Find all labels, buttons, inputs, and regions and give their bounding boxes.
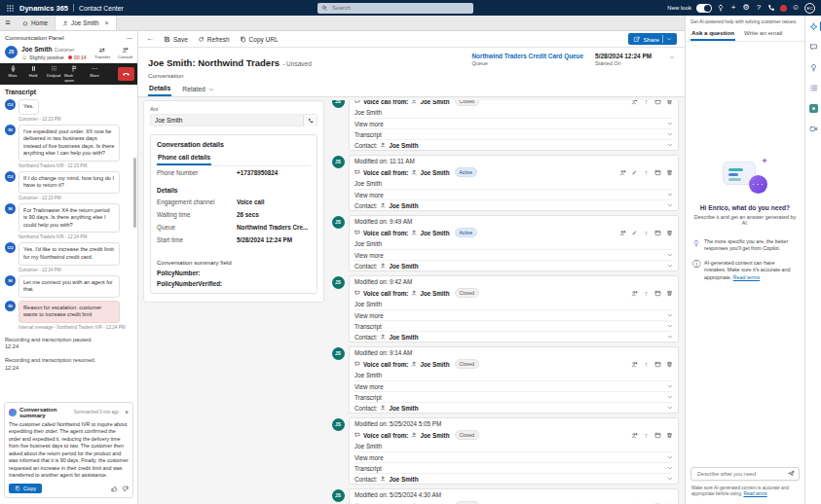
new-record-icon[interactable]: +	[729, 4, 737, 12]
action-arrow-up-icon[interactable]: ↑	[643, 361, 650, 368]
ani-input[interactable]	[151, 117, 303, 124]
end-call-button[interactable]	[118, 67, 134, 81]
read-terms-link[interactable]: Read terms	[733, 274, 760, 280]
action-person-add-icon[interactable]	[619, 230, 626, 236]
copy-summary-button[interactable]: Copy	[9, 484, 42, 493]
call-control-mute[interactable]: Mute	[3, 65, 22, 83]
footer-read-terms-link[interactable]: Read terms	[743, 491, 766, 496]
timeline-transcript[interactable]: Transcript	[355, 128, 673, 139]
transfer-button[interactable]: ⇄ Transfer	[94, 47, 110, 59]
waffle-icon[interactable]	[6, 4, 15, 13]
camera-icon[interactable]	[808, 124, 818, 133]
send-icon[interactable]	[788, 470, 795, 477]
transcript-message: NIFor Trailmaster X4 the return period i…	[5, 203, 132, 234]
consult-button[interactable]: Consult	[118, 47, 132, 59]
action-arrow-up-icon[interactable]: ↑	[643, 432, 650, 439]
action-window-icon[interactable]	[654, 230, 661, 236]
tab-related[interactable]: Related	[181, 83, 214, 96]
action-person-add-icon[interactable]	[631, 290, 638, 297]
user-avatar[interactable]: EC	[804, 3, 815, 14]
action-arrow-up-icon[interactable]: ↑	[643, 100, 650, 105]
transcript-scrollbar[interactable]	[133, 158, 136, 228]
call-control-label: Mark spam	[64, 73, 84, 83]
close-tab-icon[interactable]: ×	[104, 19, 108, 26]
timeline-transcript[interactable]: Transcript	[355, 462, 673, 473]
timeline-contact[interactable]: Contact:Joe Smith	[355, 260, 673, 270]
timeline-transcript[interactable]: Transcript	[355, 391, 673, 402]
chat-icon[interactable]	[808, 42, 818, 52]
share-button[interactable]: Share	[628, 33, 677, 45]
action-trash-icon[interactable]	[666, 230, 673, 236]
timeline-view-more[interactable]: View more	[355, 380, 673, 391]
minimize-panel-icon[interactable]: —	[127, 35, 132, 41]
timeline-contact[interactable]: Contact:Joe Smith	[355, 331, 673, 342]
thumb-down-icon[interactable]	[122, 486, 129, 492]
action-person-add-icon[interactable]	[631, 100, 638, 105]
action-window-icon[interactable]	[654, 290, 661, 297]
back-button[interactable]: ←	[146, 35, 154, 43]
action-window-icon[interactable]	[654, 169, 661, 176]
action-check-icon[interactable]: ✓	[631, 230, 638, 236]
timeline-view-more[interactable]: View more	[355, 309, 673, 320]
action-person-add-icon[interactable]	[619, 169, 626, 176]
action-person-add-icon[interactable]	[631, 361, 638, 368]
action-trash-icon[interactable]	[666, 100, 673, 105]
copilot-icon[interactable]	[808, 21, 818, 31]
action-window-icon[interactable]	[654, 432, 661, 439]
search-input[interactable]	[330, 4, 469, 12]
help-icon[interactable]: ?	[755, 4, 763, 12]
copilot-prompt-input[interactable]	[695, 470, 788, 478]
call-control-dialpad[interactable]: Dialpad	[44, 65, 63, 83]
timeline-contact[interactable]: Contact:Joe Smith	[355, 139, 673, 150]
action-person-add-icon[interactable]	[631, 432, 638, 439]
ideas-icon[interactable]	[717, 4, 725, 12]
thumb-up-icon[interactable]	[111, 486, 118, 492]
action-arrow-up-icon[interactable]: ↑	[643, 230, 650, 236]
timeline-view-more[interactable]: View more	[355, 451, 673, 462]
timeline-contact[interactable]: Contact:Joe Smith	[355, 473, 673, 484]
hamburger-menu-icon[interactable]: ≡	[0, 16, 16, 30]
timeline-transcript[interactable]: Transcript	[355, 320, 673, 331]
timeline-view-more[interactable]: View more	[355, 118, 673, 128]
action-check-icon[interactable]: ✓	[631, 169, 638, 176]
tab-phone-call-details[interactable]: Phone call details	[157, 154, 211, 165]
action-arrow-up-icon[interactable]: ↑	[643, 290, 650, 297]
bulb-icon[interactable]	[808, 62, 818, 72]
global-search[interactable]	[317, 3, 473, 14]
tab-details[interactable]: Details	[148, 83, 171, 96]
call-control-more[interactable]: ⋯More	[85, 65, 104, 83]
timeline-view-more[interactable]: View more	[355, 189, 673, 199]
call-contact-button[interactable]	[303, 115, 317, 126]
presence-dnd-icon[interactable]	[780, 5, 787, 12]
new-look-toggle[interactable]	[696, 4, 712, 13]
feedback-smiley-icon[interactable]: ☺	[792, 4, 800, 12]
action-trash-icon[interactable]	[666, 432, 673, 439]
timeline-view-more[interactable]: View more	[355, 249, 673, 260]
tab-ask-a-question[interactable]: Ask a question	[690, 28, 735, 41]
copy-url-button[interactable]: Copy URL	[240, 36, 279, 43]
action-arrow-up-icon[interactable]: ↑	[643, 169, 650, 176]
tab-write-an-email[interactable]: Write an email	[743, 28, 783, 41]
settings-gear-icon[interactable]: ⚙	[742, 4, 750, 12]
tab-home[interactable]: Home	[16, 16, 56, 30]
action-window-icon[interactable]	[654, 361, 661, 368]
action-trash-icon[interactable]	[666, 361, 673, 368]
action-trash-icon[interactable]	[666, 290, 673, 297]
tab-joe-smith[interactable]: Joe Smith ×	[56, 16, 117, 30]
collapse-header-chevron-icon[interactable]	[669, 54, 675, 60]
close-summary-icon[interactable]: ×	[125, 409, 129, 415]
timeline-card: Modified on: 9:49 AMVoice call from:Joe …	[349, 215, 679, 271]
phone-icon[interactable]	[767, 4, 775, 12]
voice-call-icon	[355, 100, 360, 104]
call-control-hold[interactable]: Hold	[23, 65, 43, 83]
timeline-contact[interactable]: Contact:Joe Smith	[355, 402, 673, 413]
timeline-contact[interactable]: Contact:Joe Smith	[355, 199, 673, 210]
list-icon[interactable]	[808, 83, 818, 92]
save-button[interactable]: Save	[164, 36, 188, 43]
call-control-mark-spam[interactable]: Mark spam	[64, 65, 84, 83]
refresh-button[interactable]: Refresh	[198, 36, 230, 43]
queue-value-link[interactable]: Northwind Traders Credit Card Queue	[471, 53, 583, 59]
action-window-icon[interactable]	[654, 100, 661, 105]
teams-icon[interactable]	[808, 103, 818, 113]
action-trash-icon[interactable]	[666, 169, 673, 176]
